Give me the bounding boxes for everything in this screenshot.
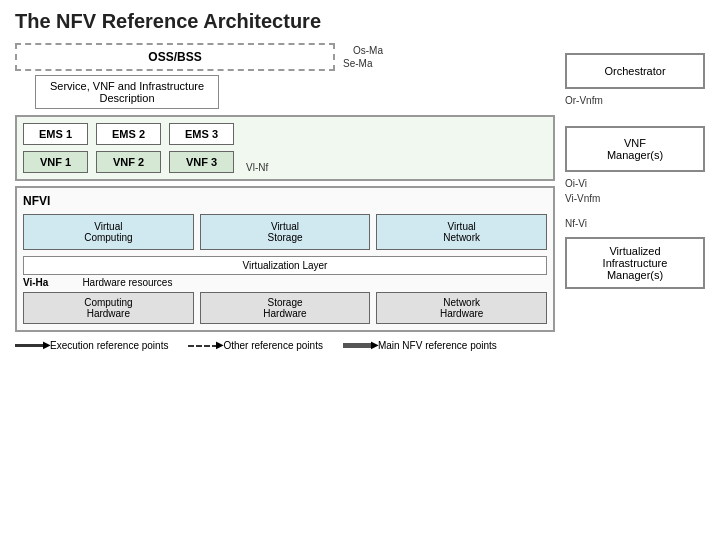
nfvi-label: NFVI [23, 194, 547, 208]
osma-area: Os-Ma Se-Ma [343, 45, 383, 69]
viha-label: Vi-Ha [23, 277, 48, 288]
service-vnf-box: Service, VNF and InfrastructureDescripti… [35, 75, 219, 109]
hw-resources-label: Hardware resources [82, 277, 172, 288]
ems1-box: EMS 1 [23, 123, 88, 145]
or-vnfm-label: Or-Vnfm [565, 95, 705, 106]
vnf-row: VNF 1 VNF 2 VNF 3 Vl-Nf [23, 151, 547, 173]
oss-row: OSS/BSS Os-Ma Se-Ma [15, 43, 555, 71]
page-title: The NFV Reference Architecture [15, 10, 705, 33]
orchestrator-box: Orchestrator [565, 53, 705, 89]
service-row: Service, VNF and InfrastructureDescripti… [35, 75, 555, 109]
legend-exec-label: Execution reference points [50, 340, 168, 351]
vnf2-box: VNF 2 [96, 151, 161, 173]
virt-layer-box: Virtualization Layer [23, 256, 547, 275]
legend-row: Execution reference points Other referen… [15, 340, 705, 351]
nfvi-block: NFVI VirtualComputing VirtualStorage Vir… [15, 186, 555, 332]
page: The NFV Reference Architecture OSS/BSS O… [0, 0, 720, 540]
exec-line-icon [15, 344, 45, 347]
ems-vnf-outer: EMS 1 EMS 2 EMS 3 VNF 1 VNF 2 VNF 3 Vl-N… [15, 115, 555, 181]
virt-layer-label: Virtualization Layer [243, 260, 328, 271]
vl-nf-label: Vl-Nf [246, 162, 268, 173]
other-line-icon [188, 345, 218, 347]
hw-row: ComputingHardware StorageHardware Networ… [23, 292, 547, 324]
network-hw-label: NetworkHardware [440, 297, 483, 319]
legend-other-label: Other reference points [223, 340, 323, 351]
vnf3-box: VNF 3 [169, 151, 234, 173]
virtual-row: VirtualComputing VirtualStorage VirtualN… [23, 214, 547, 250]
computing-hw-box: ComputingHardware [23, 292, 194, 324]
virtual-computing-label: VirtualComputing [84, 221, 132, 243]
oi-vi-label: Oi-Vi [565, 178, 705, 189]
top-area: OSS/BSS Os-Ma Se-Ma Service, VNF and Inf… [15, 43, 555, 109]
sema-label: Se-Ma [343, 58, 372, 69]
virtual-storage-label: VirtualStorage [267, 221, 302, 243]
ems-row: EMS 1 EMS 2 EMS 3 [23, 123, 547, 145]
computing-hw-label: ComputingHardware [84, 297, 132, 319]
center-section: OSS/BSS Os-Ma Se-Ma Service, VNF and Inf… [15, 43, 555, 332]
legend-main-label: Main NFV reference points [378, 340, 497, 351]
oss-bss-label: OSS/BSS [148, 50, 201, 64]
service-vnf-label: Service, VNF and InfrastructureDescripti… [50, 80, 204, 104]
vi-manager-label: VirtualizedInfrastructureManager(s) [603, 245, 668, 281]
vi-manager-box: VirtualizedInfrastructureManager(s) [565, 237, 705, 289]
network-hw-box: NetworkHardware [376, 292, 547, 324]
vi-vnfm-label: Vi-Vnfm [565, 193, 705, 204]
osma-label: Os-Ma [353, 45, 383, 56]
virtual-network-box: VirtualNetwork [376, 214, 547, 250]
vnf-manager-label: VNFManager(s) [607, 137, 663, 161]
orchestrator-label: Orchestrator [604, 65, 665, 77]
storage-hw-label: StorageHardware [263, 297, 306, 319]
legend-exec: Execution reference points [15, 340, 168, 351]
ems2-box: EMS 2 [96, 123, 161, 145]
storage-hw-box: StorageHardware [200, 292, 371, 324]
main-line-icon [343, 343, 373, 348]
vnf-manager-box: VNFManager(s) [565, 126, 705, 172]
sema-row: Se-Ma [343, 58, 372, 69]
ems3-box: EMS 3 [169, 123, 234, 145]
legend-other: Other reference points [188, 340, 323, 351]
virtual-storage-box: VirtualStorage [200, 214, 371, 250]
nf-vi-label: Nf-Vi [565, 218, 705, 229]
legend-main: Main NFV reference points [343, 340, 497, 351]
virtual-computing-box: VirtualComputing [23, 214, 194, 250]
oss-bss-box: OSS/BSS [15, 43, 335, 71]
viha-row: Vi-Ha Hardware resources [23, 277, 547, 288]
main-layout: OSS/BSS Os-Ma Se-Ma Service, VNF and Inf… [15, 43, 705, 332]
right-section: Orchestrator Or-Vnfm VNFManager(s) Oi-Vi… [565, 43, 705, 332]
virtual-network-label: VirtualNetwork [443, 221, 480, 243]
vnf1-box: VNF 1 [23, 151, 88, 173]
